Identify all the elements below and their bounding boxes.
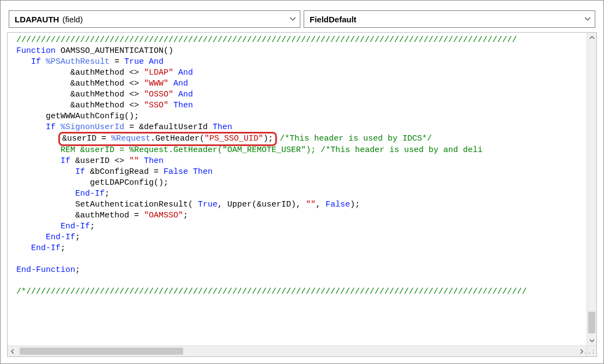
scrollbar-thumb[interactable] — [20, 348, 183, 355]
code-content: ////////////////////////////////////////… — [12, 33, 596, 300]
scroll-down-icon[interactable] — [587, 336, 596, 345]
event-name-label: FieldDefault — [310, 15, 357, 24]
code-editor[interactable]: ////////////////////////////////////////… — [7, 32, 597, 357]
chevron-down-icon — [289, 15, 297, 23]
object-name-label: LDAPAUTH — [15, 15, 59, 24]
object-selector[interactable]: LDAPAUTH (field) — [9, 10, 300, 28]
scroll-up-icon[interactable] — [587, 33, 596, 43]
event-selector[interactable]: FieldDefault — [304, 10, 595, 28]
chevron-down-icon — [584, 15, 591, 23]
horizontal-scrollbar[interactable] — [8, 345, 587, 356]
highlighted-code: &userID = %Request.GetHeader("PS_SSO_UID… — [58, 132, 277, 146]
vertical-scrollbar[interactable] — [587, 33, 596, 345]
scroll-left-icon[interactable] — [8, 346, 17, 356]
resize-grip-icon[interactable]: ..: — [587, 345, 596, 356]
scrollbar-thumb[interactable] — [588, 312, 595, 333]
object-type-label: (field) — [62, 15, 83, 24]
breadcrumb: LDAPAUTH (field) FieldDefault — [9, 10, 595, 28]
